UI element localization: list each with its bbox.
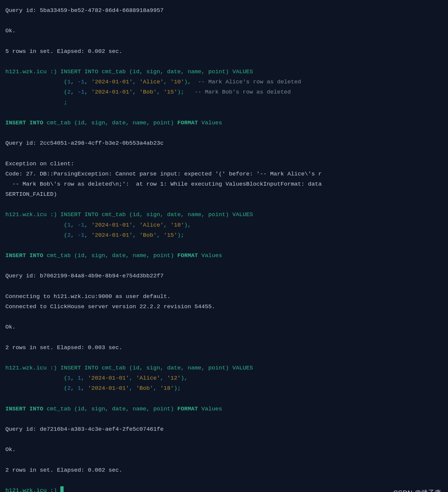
echo-sql: INSERT INTO <box>5 406 43 412</box>
query-id-line: Query id: b7062199-84a8-4b9e-8b94-e754d3… <box>5 273 164 279</box>
exception-body: SERTION_FAILED) <box>5 191 57 198</box>
query-id-line: Query id: 5ba33459-be52-4782-86d4-668891… <box>5 7 164 14</box>
prompt: h121.wzk.icu :) <box>5 487 60 492</box>
echo-sql: INSERT INTO <box>5 120 43 126</box>
echo-sql: INSERT INTO <box>5 252 43 259</box>
rows-summary: 2 rows in set. Elapsed: 0.003 sec. <box>5 344 122 351</box>
exception-body: -- Mark Bob\'s row as deleted\n;': at ro… <box>5 181 322 187</box>
sql-input: INSERT INTO cmt_tab (id, sign, date, nam… <box>60 211 253 218</box>
cursor-icon[interactable] <box>60 486 64 492</box>
ok-line: Ok. <box>5 446 16 453</box>
connected-line: Connected to ClickHouse server version 2… <box>5 303 215 310</box>
terminal-output[interactable]: Query id: 5ba33459-be52-4782-86d4-668891… <box>0 0 448 492</box>
query-id-line: Query id: de7216b4-a383-4c3e-aef4-2fe5c0… <box>5 426 164 433</box>
prompt: h121.wzk.icu :) <box>5 68 60 75</box>
watermark-label: CSDN @武子康 <box>393 487 441 492</box>
connecting-line: Connecting to h121.wzk.icu:9000 as user … <box>5 293 171 300</box>
query-id-line: Query id: 2cc54051-a298-4cff-b3e2-0b553a… <box>5 140 164 146</box>
exception-body: Code: 27. DB::ParsingException: Cannot p… <box>5 171 322 177</box>
prompt: h121.wzk.icu :) <box>5 365 60 371</box>
rows-summary: 2 rows in set. Elapsed: 0.002 sec. <box>5 467 122 473</box>
sql-comment: -- Mark Bob's row as deleted <box>194 89 291 95</box>
sql-input: INSERT INTO cmt_tab (id, sign, date, nam… <box>60 365 253 371</box>
sql-comment: -- Mark Alice's row as deleted <box>198 79 301 85</box>
ok-line: Ok. <box>5 27 16 34</box>
sql-input: INSERT INTO cmt_tab (id, sign, date, nam… <box>60 68 253 75</box>
rows-summary: 5 rows in set. Elapsed: 0.002 sec. <box>5 48 122 55</box>
prompt: h121.wzk.icu :) <box>5 211 60 218</box>
exception-header: Exception on client: <box>5 161 74 167</box>
ok-line: Ok. <box>5 324 16 330</box>
